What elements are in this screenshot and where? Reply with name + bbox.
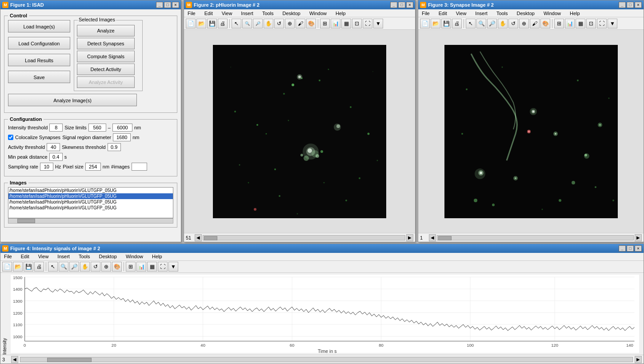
fig2-menu-tools[interactable]: Tools bbox=[260, 11, 276, 16]
fig2-tb-zoomout[interactable]: 🔎 bbox=[253, 19, 263, 28]
fig2-menu-file[interactable]: File bbox=[186, 11, 197, 16]
fig2-nav-right[interactable]: ▶ bbox=[406, 234, 413, 241]
fig3-tb-color[interactable]: 🎨 bbox=[540, 19, 550, 28]
fig3-tb-open[interactable]: 📂 bbox=[431, 19, 440, 28]
fig4-minimize-btn[interactable]: _ bbox=[619, 245, 626, 252]
fig2-menu-view[interactable]: View bbox=[220, 11, 234, 16]
fig3-tb-full[interactable]: ⛶ bbox=[597, 19, 607, 28]
fig4-tb-extra[interactable]: ▼ bbox=[168, 262, 178, 272]
fig4-menu-view[interactable]: View bbox=[36, 254, 51, 259]
file-item-4[interactable]: /home/stefan/isadPhluorin/pHluorinVGLUTG… bbox=[8, 205, 173, 211]
fig2-nav-slider[interactable] bbox=[203, 235, 405, 240]
colocalize-checkbox[interactable] bbox=[8, 135, 13, 140]
fig2-tb-link[interactable]: ⊡ bbox=[352, 19, 362, 28]
fig4-tb-full[interactable]: ⛶ bbox=[158, 262, 168, 272]
fig3-minimize-btn[interactable]: _ bbox=[619, 2, 626, 8]
fig3-menu-insert[interactable]: Insert bbox=[473, 11, 489, 16]
file-list-scrollbar-thumb[interactable] bbox=[17, 219, 35, 223]
fig2-minimize-btn[interactable]: _ bbox=[390, 2, 397, 8]
fig3-menu-help[interactable]: Help bbox=[568, 11, 582, 16]
fig2-tb-pan[interactable]: ✋ bbox=[264, 19, 273, 28]
fig3-tb-legend[interactable]: 📊 bbox=[565, 19, 575, 28]
fig3-tb-rotate[interactable]: ↺ bbox=[508, 19, 518, 28]
intensity-threshold-input[interactable] bbox=[49, 124, 63, 132]
fig4-window-controls[interactable]: _ □ × bbox=[619, 245, 642, 252]
fig4-tb-color[interactable]: 🎨 bbox=[112, 262, 122, 272]
fig2-menu-desktop[interactable]: Desktop bbox=[281, 11, 302, 16]
fig3-nav-left[interactable]: ◀ bbox=[429, 234, 436, 241]
size-min-input[interactable] bbox=[88, 124, 106, 132]
fig2-tb-open[interactable]: 📂 bbox=[196, 19, 206, 28]
fig2-tb-brush[interactable]: 🖌 bbox=[296, 19, 305, 28]
fig4-menu-insert[interactable]: Insert bbox=[56, 254, 72, 259]
fig3-tb-zoomout[interactable]: 🔎 bbox=[487, 19, 497, 28]
fig2-tb-colorbar[interactable]: ▦ bbox=[341, 19, 351, 28]
fig4-menu-desktop[interactable]: Desktop bbox=[97, 254, 119, 259]
fig4-menu-tools[interactable]: Tools bbox=[77, 254, 92, 259]
fig2-tb-save[interactable]: 💾 bbox=[207, 19, 217, 28]
fig3-restore-btn[interactable]: □ bbox=[627, 2, 634, 8]
fig4-tb-zoomout[interactable]: 🔎 bbox=[69, 262, 79, 272]
file-list-scrollbar[interactable] bbox=[8, 218, 173, 224]
fig3-tb-colorbar[interactable]: ▦ bbox=[576, 19, 585, 28]
fig2-tb-color[interactable]: 🎨 bbox=[306, 19, 316, 28]
fig4-tb-new[interactable]: 📄 bbox=[2, 262, 12, 272]
fig2-menu-window[interactable]: Window bbox=[308, 11, 328, 16]
fig2-tb-zoomin[interactable]: 🔍 bbox=[242, 19, 252, 28]
file-item-1[interactable]: /home/stefan/isadPhluorin/pHluorinVGLUTG… bbox=[8, 188, 173, 193]
fig3-menu-tools[interactable]: Tools bbox=[495, 11, 510, 16]
fig3-tb-pan[interactable]: ✋ bbox=[498, 19, 508, 28]
fig3-tb-link[interactable]: ⊡ bbox=[586, 19, 596, 28]
fig1-minimize-btn[interactable]: _ bbox=[156, 2, 163, 8]
fig3-menu-edit[interactable]: Edit bbox=[437, 11, 449, 16]
fig1-close-btn[interactable]: × bbox=[172, 2, 179, 8]
fig2-tb-copy[interactable]: ⊞ bbox=[320, 19, 330, 28]
fig3-close-btn[interactable]: × bbox=[635, 2, 642, 8]
detect-activity-btn[interactable]: Detect Activity bbox=[77, 64, 135, 75]
fig2-close-btn[interactable]: × bbox=[406, 2, 413, 8]
fig4-close-btn[interactable]: × bbox=[635, 245, 642, 252]
fig2-nav-left[interactable]: ◀ bbox=[195, 234, 202, 241]
fig3-menu-view[interactable]: View bbox=[454, 11, 468, 16]
fig4-tb-pointer[interactable]: ↖ bbox=[48, 262, 58, 272]
fig2-tb-datacursor[interactable]: ⊕ bbox=[285, 19, 295, 28]
fig3-tb-extra[interactable]: ▼ bbox=[608, 19, 617, 28]
skewness-input[interactable] bbox=[108, 143, 121, 151]
fig4-tb-legend[interactable]: 📊 bbox=[136, 262, 146, 272]
images-count-input[interactable] bbox=[132, 163, 147, 171]
fig3-menu-window[interactable]: Window bbox=[542, 11, 563, 16]
fig3-tb-new[interactable]: 📄 bbox=[420, 19, 430, 28]
fig2-menu-help[interactable]: Help bbox=[334, 11, 348, 16]
fig2-tb-rotate[interactable]: ↺ bbox=[274, 19, 284, 28]
fig2-window-controls[interactable]: _ □ × bbox=[390, 2, 413, 8]
fig4-nav-left[interactable]: ◀ bbox=[11, 356, 18, 363]
fig3-nav-right[interactable]: ▶ bbox=[635, 234, 642, 241]
fig2-restore-btn[interactable]: □ bbox=[398, 2, 405, 8]
fig2-tb-full[interactable]: ⛶ bbox=[363, 19, 372, 28]
fig3-menu-desktop[interactable]: Desktop bbox=[515, 11, 536, 16]
fig2-tb-pointer[interactable]: ↖ bbox=[232, 19, 241, 28]
file-item-3[interactable]: /home/stefan/isadPhluorin/pHluorinVGLUTG… bbox=[8, 199, 173, 205]
signal-region-input[interactable] bbox=[113, 133, 131, 141]
fig2-tb-print[interactable]: 🖨 bbox=[218, 19, 228, 28]
fig1-window-controls[interactable]: _ □ × bbox=[156, 2, 179, 8]
fig4-tb-copy[interactable]: ⊞ bbox=[126, 262, 136, 272]
fig4-menu-file[interactable]: File bbox=[2, 254, 14, 259]
load-results-btn[interactable]: Load Results bbox=[8, 54, 70, 66]
analyze-images-btn[interactable]: Analyze Image(s) bbox=[8, 94, 137, 106]
compute-signals-btn[interactable]: Compute Signals bbox=[77, 51, 135, 62]
fig4-tb-save[interactable]: 💾 bbox=[24, 262, 33, 272]
fig4-restore-btn[interactable]: □ bbox=[627, 245, 634, 252]
fig3-nav-slider[interactable] bbox=[437, 235, 634, 240]
analyze-activity-btn[interactable]: Analyze Activity bbox=[77, 76, 135, 88]
pixel-input[interactable] bbox=[85, 163, 101, 171]
fig4-menu-help[interactable]: Help bbox=[150, 254, 164, 259]
fig4-tb-zoomin[interactable]: 🔍 bbox=[59, 262, 68, 272]
fig4-tb-datacursor[interactable]: ⊕ bbox=[101, 262, 111, 272]
fig1-restore-btn[interactable]: □ bbox=[164, 2, 171, 8]
fig4-tb-rotate[interactable]: ↺ bbox=[91, 262, 100, 272]
fig3-window-controls[interactable]: _ □ × bbox=[619, 2, 642, 8]
file-list[interactable]: /home/stefan/isadPhluorin/pHluorinVGLUTG… bbox=[8, 187, 173, 218]
fig4-tb-colorbar[interactable]: ▦ bbox=[147, 262, 157, 272]
fig4-nav-slider[interactable] bbox=[20, 357, 633, 362]
